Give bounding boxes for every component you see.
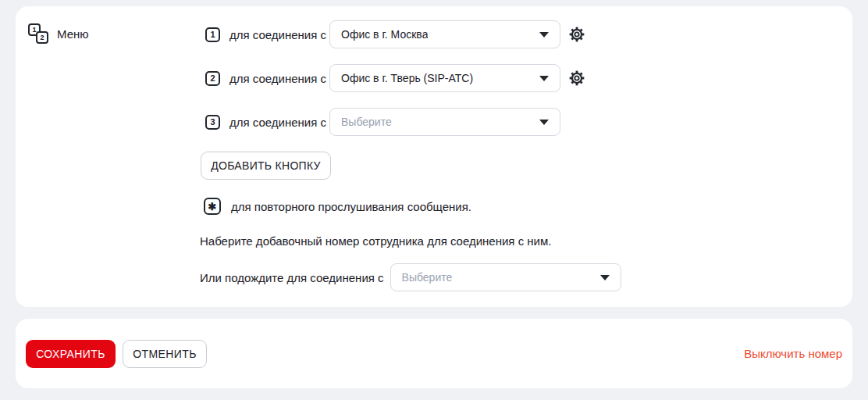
cancel-button[interactable]: ОТМЕНИТЬ [123,340,207,368]
chevron-down-icon [539,32,549,38]
asterisk-key-icon: ✱ [204,198,221,215]
menu-rows-column: 1 для соединения с Офис в г. Москва [200,20,834,291]
row-1-destination-select[interactable]: Офис в г. Москва [329,20,560,48]
row-3-label: для соединения с [229,116,329,129]
gear-icon [568,26,585,43]
menu-section-label: Меню [57,27,89,41]
menu-settings-card: 1 2 Меню 1 для соединения с Офис в г. Мо… [16,6,852,307]
wait-select-placeholder: Выберите [402,271,453,284]
save-button[interactable]: СОХРАНИТЬ [26,340,116,368]
wait-destination-select[interactable]: Выберите [390,263,621,291]
star-row-label: для повторного прослушивания сообщения. [231,200,471,213]
chevron-down-icon [600,275,610,280]
row-2-label: для соединения с [229,72,329,85]
row-1-settings-button[interactable] [568,26,585,43]
row-2-destination-select[interactable]: Офис в г. Тверь (SIP-АТС) [329,64,560,92]
gear-icon [568,70,585,87]
wait-connection-row: Или подождите для соединения с Выберите [200,263,621,291]
menu-key-row-3: 3 для соединения с Выберите [200,108,560,136]
row-1-label: для соединения с [229,28,329,41]
menu-keys-icon: 1 2 [28,23,48,44]
add-key-button[interactable]: ДОБАВИТЬ КНОПКУ [201,152,331,180]
menu-key-row-2: 2 для соединения с Офис в г. Тверь (SIP-… [200,64,585,92]
menu-key-row-1: 1 для соединения с Офис в г. Москва [200,20,585,48]
disable-number-link[interactable]: Выключить номер [744,347,842,360]
row-1-select-value: Офис в г. Москва [341,28,428,41]
footer-actions-card: СОХРАНИТЬ ОТМЕНИТЬ Выключить номер [16,319,852,388]
row-2-select-value: Офис в г. Тверь (SIP-АТС) [341,72,473,84]
chevron-down-icon [539,76,549,81]
row-3-select-placeholder: Выберите [341,116,392,128]
key-2-badge: 2 [205,71,220,86]
extension-dial-hint: Наберите добавочный номер сотрудника для… [200,234,551,248]
key-1-badge: 1 [205,27,220,42]
row-3-destination-select[interactable]: Выберите [329,108,560,136]
star-key-row: ✱ для повторного прослушивания сообщения… [200,198,471,215]
chevron-down-icon [539,120,549,125]
wait-row-label: Или подождите для соединения с [200,271,384,284]
menu-icon-key-2: 2 [36,31,48,44]
key-3-badge: 3 [205,115,220,130]
menu-section-header: 1 2 Меню [28,23,200,44]
row-2-settings-button[interactable] [568,70,585,87]
